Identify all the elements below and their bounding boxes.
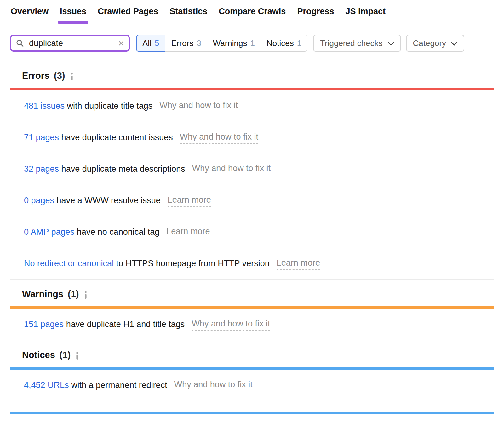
filter-label: All xyxy=(142,38,152,48)
issue-description: to HTTPS homepage from HTTP version xyxy=(114,259,270,268)
issue-count-link[interactable]: 151 pages xyxy=(24,320,64,329)
issue-help-link[interactable]: Learn more xyxy=(166,226,210,238)
filter-label: Errors xyxy=(171,38,193,48)
nav-tab-overview[interactable]: Overview xyxy=(10,0,49,23)
info-icon[interactable] xyxy=(84,291,87,299)
triggered-checks-label: Triggered checks xyxy=(320,38,382,48)
issue-help-link[interactable]: Why and how to fix it xyxy=(180,131,258,143)
nav-tab-statistics[interactable]: Statistics xyxy=(169,0,208,23)
top-nav: Overview Issues Crawled Pages Statistics… xyxy=(0,0,504,23)
triggered-checks-dropdown[interactable]: Triggered checks xyxy=(313,35,401,52)
issue-row: 4,452 URLs with a permanent redirect Why… xyxy=(10,370,494,401)
filter-count: 1 xyxy=(250,38,255,48)
issue-row: No redirect or canonical to HTTPS homepa… xyxy=(10,248,494,280)
section-errors: Errors (3) 481 issues with duplicate tit… xyxy=(10,61,494,280)
section-header: Errors (3) xyxy=(10,61,494,88)
nav-tab-js-impact[interactable]: JS Impact xyxy=(345,0,386,23)
issue-description: have duplicate meta descriptions xyxy=(59,164,185,174)
issue-description: have a WWW resolve issue xyxy=(54,196,161,205)
severity-filter-group: All 5 Errors 3 Warnings 1 Notices 1 xyxy=(136,35,307,52)
info-icon[interactable] xyxy=(76,352,79,360)
info-icon[interactable] xyxy=(70,73,73,80)
nav-tab-compare-crawls[interactable]: Compare Crawls xyxy=(218,0,286,23)
filter-notices[interactable]: Notices 1 xyxy=(261,35,307,52)
severity-bar xyxy=(10,88,494,90)
issue-row: 0 AMP pages have no canonical tag Learn … xyxy=(10,216,494,248)
section-count: (3) xyxy=(54,71,65,81)
section-title: Warnings xyxy=(22,289,63,299)
issue-help-link[interactable]: Why and how to fix it xyxy=(192,163,271,175)
search-icon xyxy=(16,39,24,47)
nav-tab-progress[interactable]: Progress xyxy=(296,0,335,23)
issue-description: have duplicate H1 and title tags xyxy=(64,320,185,329)
nav-tab-label: Overview xyxy=(11,7,49,16)
severity-bar xyxy=(10,367,494,370)
issues-toolbar: × All 5 Errors 3 Warnings 1 Notices 1 Tr… xyxy=(0,35,504,52)
filter-errors[interactable]: Errors 3 xyxy=(165,35,207,52)
section-rows: 481 issues with duplicate title tags Why… xyxy=(10,90,494,280)
issue-count-link[interactable]: 0 pages xyxy=(24,196,54,205)
issue-count-link[interactable]: No redirect or canonical xyxy=(24,259,114,268)
section-title: Notices xyxy=(22,350,55,360)
filter-label: Notices xyxy=(266,38,294,48)
section-header: Warnings (1) xyxy=(10,280,494,306)
issue-row: 32 pages have duplicate meta description… xyxy=(10,153,494,185)
section-notices: Notices (1) 4,452 URLs with a permanent … xyxy=(10,340,494,401)
category-dropdown[interactable]: Category xyxy=(406,35,465,52)
nav-tab-label: Compare Crawls xyxy=(219,7,286,16)
issue-count-link[interactable]: 0 AMP pages xyxy=(24,227,74,237)
issue-row: 481 issues with duplicate title tags Why… xyxy=(10,90,494,122)
issue-count-link[interactable]: 481 issues xyxy=(24,101,65,111)
issue-help-link[interactable]: Learn more xyxy=(277,257,320,269)
issue-help-link[interactable]: Why and how to fix it xyxy=(159,100,238,112)
issue-description: have no canonical tag xyxy=(74,227,159,237)
issue-help-link[interactable]: Why and how to fix it xyxy=(174,379,253,391)
filter-warnings[interactable]: Warnings 1 xyxy=(207,35,261,52)
issue-count-link[interactable]: 32 pages xyxy=(24,164,59,174)
chevron-down-icon xyxy=(388,42,394,46)
issue-row: 71 pages have duplicate content issues W… xyxy=(10,122,494,153)
issue-row: 0 pages have a WWW resolve issue Learn m… xyxy=(10,185,494,216)
nav-tab-label: Progress xyxy=(297,7,334,16)
issue-description: with a permanent redirect xyxy=(69,380,167,390)
nav-tab-label: JS Impact xyxy=(345,7,386,16)
nav-tab-issues[interactable]: Issues xyxy=(59,0,87,23)
issue-search-box[interactable]: × xyxy=(10,35,130,52)
filter-count: 5 xyxy=(155,38,159,48)
nav-tab-crawled-pages[interactable]: Crawled Pages xyxy=(97,0,159,23)
next-section-bar xyxy=(10,412,494,414)
section-rows: 151 pages have duplicate H1 and title ta… xyxy=(10,309,494,340)
category-label: Category xyxy=(413,38,446,48)
filter-count: 3 xyxy=(197,38,201,48)
issue-row: 151 pages have duplicate H1 and title ta… xyxy=(10,309,494,340)
severity-bar xyxy=(10,306,494,309)
filter-label: Warnings xyxy=(213,38,247,48)
section-title: Errors xyxy=(22,71,49,81)
nav-tab-label: Crawled Pages xyxy=(98,7,158,16)
nav-tab-label: Statistics xyxy=(169,7,207,16)
clear-search-icon[interactable]: × xyxy=(118,38,124,48)
issue-description: have duplicate content issues xyxy=(59,133,173,142)
nav-tab-label: Issues xyxy=(60,7,86,16)
filter-all[interactable]: All 5 xyxy=(136,35,165,52)
section-rows: 4,452 URLs with a permanent redirect Why… xyxy=(10,370,494,401)
section-count: (1) xyxy=(68,289,79,299)
issue-description: with duplicate title tags xyxy=(65,101,152,111)
issue-help-link[interactable]: Why and how to fix it xyxy=(192,318,270,330)
filter-count: 1 xyxy=(297,38,301,48)
issues-list: Errors (3) 481 issues with duplicate tit… xyxy=(10,61,494,401)
issue-help-link[interactable]: Learn more xyxy=(168,194,211,206)
issue-search-input[interactable] xyxy=(28,38,114,49)
section-count: (1) xyxy=(60,350,71,360)
issue-count-link[interactable]: 4,452 URLs xyxy=(24,380,69,390)
issue-count-link[interactable]: 71 pages xyxy=(24,133,59,142)
section-header: Notices (1) xyxy=(10,340,494,367)
section-warnings: Warnings (1) 151 pages have duplicate H1… xyxy=(10,280,494,340)
chevron-down-icon xyxy=(451,42,457,46)
